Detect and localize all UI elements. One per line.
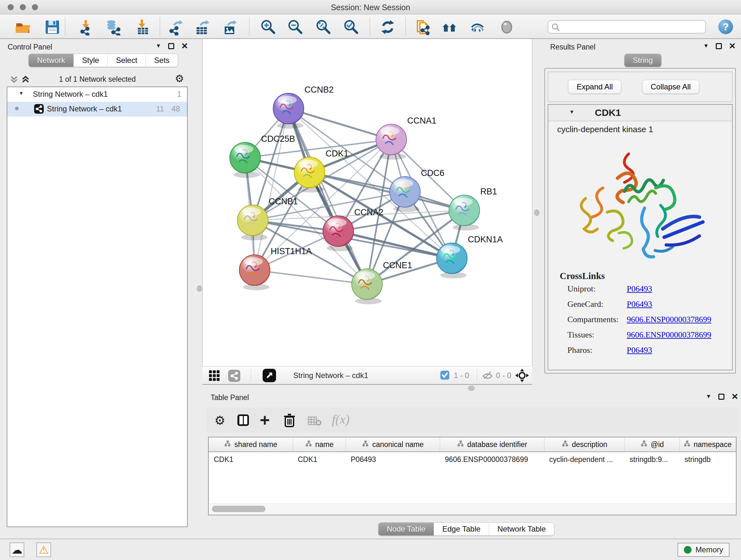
node-CCNB2[interactable] xyxy=(273,93,304,129)
zoom-in-icon[interactable] xyxy=(260,19,277,36)
table-panel-close-icon[interactable]: ✕ xyxy=(731,394,738,400)
open-session-icon[interactable] xyxy=(15,19,31,36)
tab-network-table[interactable]: Network Table xyxy=(489,523,554,536)
export-image-icon[interactable] xyxy=(222,19,239,36)
search-input[interactable] xyxy=(562,22,701,32)
add-row-plus-icon[interactable]: + xyxy=(260,413,270,427)
network-collection-row[interactable]: ▼ String Network – cdk1 1 xyxy=(7,87,187,102)
expand-all-networks-icon[interactable] xyxy=(21,75,30,85)
share-view-icon[interactable] xyxy=(228,369,241,383)
scrollbar-thumb[interactable] xyxy=(212,506,266,512)
node-CCNB1[interactable] xyxy=(238,205,268,240)
import-network-icon[interactable] xyxy=(78,19,95,36)
collection-expander-icon[interactable]: ▼ xyxy=(19,90,23,96)
crosslink-value-link[interactable]: 9606.ENSP00000378699 xyxy=(627,315,711,324)
birds-eye-view-icon[interactable] xyxy=(262,368,276,384)
control-panel-collapse-icon[interactable]: ▼ xyxy=(156,43,161,49)
delete-trash-icon[interactable] xyxy=(283,413,296,429)
gene-expander-icon[interactable]: ▼ xyxy=(569,109,575,115)
results-panel-collapse-icon[interactable]: ▼ xyxy=(703,43,709,49)
edge-CCNB2-CCNA1[interactable] xyxy=(288,109,391,139)
import-database-icon[interactable] xyxy=(105,19,122,36)
tab-select[interactable]: Select xyxy=(107,54,145,67)
crosslink-value-link[interactable]: P06493 xyxy=(627,346,652,355)
zoom-out-icon[interactable] xyxy=(287,19,304,36)
memory-button[interactable]: Memory xyxy=(677,543,730,557)
gene-section-header[interactable]: ▼ CDK1 xyxy=(548,105,732,121)
node-RB1[interactable] xyxy=(449,195,480,231)
node-table[interactable]: shared name name canonical name database… xyxy=(208,437,737,515)
tab-edge-table[interactable]: Edge Table xyxy=(434,523,489,536)
pan-crosshair-icon[interactable] xyxy=(515,368,529,384)
export-table-icon[interactable] xyxy=(195,19,211,36)
column-header-canonicalname[interactable]: canonical name xyxy=(346,437,440,451)
duplicate-network-icon[interactable] xyxy=(415,19,431,36)
table-panel-float-icon[interactable] xyxy=(718,394,724,400)
node-CCNA2[interactable] xyxy=(323,216,354,251)
column-header-databaseidentifier[interactable]: database identifier xyxy=(440,437,544,451)
crosslink-value-link[interactable]: P06493 xyxy=(627,300,652,309)
status-bar: ☁ ⚠ Memory xyxy=(0,539,741,560)
control-panel-float-icon[interactable] xyxy=(168,43,174,49)
first-neighbors-icon[interactable] xyxy=(441,19,458,36)
tab-style[interactable]: Style xyxy=(73,54,107,67)
zoom-selected-icon[interactable] xyxy=(343,19,360,36)
edge-CDK1-RB1[interactable] xyxy=(310,172,464,210)
expand-all-button[interactable]: Expand All xyxy=(568,80,621,94)
node-CDC25B[interactable] xyxy=(230,142,260,178)
tab-node-table[interactable]: Node Table xyxy=(379,523,434,536)
hide-selected-icon[interactable] xyxy=(470,19,486,36)
crosslink-row: Pharos: P06493 xyxy=(567,346,727,355)
network-options-gear-icon[interactable]: ⚙ xyxy=(175,73,184,84)
save-session-icon[interactable] xyxy=(44,19,61,36)
node-CCNA1[interactable] xyxy=(376,124,407,160)
grid-view-icon[interactable] xyxy=(208,369,221,383)
left-splitter-handle[interactable] xyxy=(197,286,202,292)
column-header-namespace[interactable]: namespace xyxy=(679,437,735,451)
table-row[interactable]: CDK1CDK1P064939606.ENSP00000378699cyclin… xyxy=(209,452,736,467)
cloud-status-button[interactable]: ☁ xyxy=(10,543,24,557)
hidden-eye-icon[interactable] xyxy=(482,370,493,382)
column-header-description[interactable]: description xyxy=(544,437,624,451)
table-options-gear-icon[interactable]: ⚙ xyxy=(214,415,225,427)
node-HIST1H1A[interactable] xyxy=(239,255,270,290)
edge-CCNB2-HIST1H1A[interactable] xyxy=(255,109,288,270)
network-row[interactable]: ● String Network – cdk1 11 48 xyxy=(7,102,187,117)
create-column-icon[interactable] xyxy=(236,413,250,428)
search-box[interactable] xyxy=(548,20,706,34)
results-panel-float-icon[interactable] xyxy=(716,43,722,49)
node-CCNE1[interactable] xyxy=(352,269,382,304)
node-CDK1[interactable] xyxy=(294,157,325,192)
tab-string[interactable]: String xyxy=(624,54,661,67)
edge-CCNB2-CCNE1[interactable] xyxy=(288,109,367,284)
column-header-id[interactable]: @id xyxy=(624,437,679,451)
node-CDKN1A[interactable] xyxy=(436,243,467,278)
collapse-all-button[interactable]: Collapse All xyxy=(642,80,699,94)
results-panel-close-icon[interactable]: ✕ xyxy=(729,43,736,49)
warnings-button[interactable]: ⚠ xyxy=(37,543,51,557)
table-panel-collapse-icon[interactable]: ▼ xyxy=(706,393,711,400)
node-label-CCNB1: CCNB1 xyxy=(269,197,298,206)
import-table-icon[interactable] xyxy=(135,19,151,36)
crosslink-value-link[interactable]: 9606.ENSP00000378699 xyxy=(627,330,711,340)
export-network-icon[interactable] xyxy=(168,19,185,36)
refresh-icon[interactable] xyxy=(380,19,396,36)
control-panel-close-icon[interactable]: ✕ xyxy=(181,43,188,49)
zoom-fit-icon[interactable] xyxy=(315,19,332,36)
network-canvas[interactable]: CCNB2CCNA1CDC25BCDK1CDC6RB1CCNB1CCNA2CDK… xyxy=(202,39,532,366)
tab-sets[interactable]: Sets xyxy=(145,54,178,67)
show-all-icon[interactable] xyxy=(499,19,516,36)
bottom-splitter-handle[interactable] xyxy=(468,386,475,391)
node-CDC6[interactable] xyxy=(390,177,420,212)
crosslink-value-link[interactable]: P06493 xyxy=(627,284,652,294)
tab-network[interactable]: Network xyxy=(29,54,73,67)
selected-checkbox-icon[interactable] xyxy=(440,370,450,381)
collapse-all-networks-icon[interactable] xyxy=(10,75,18,85)
right-splitter-handle[interactable] xyxy=(534,209,539,216)
column-header-sharedname[interactable]: shared name xyxy=(209,437,293,451)
table-horizontal-scrollbar[interactable] xyxy=(209,503,735,514)
crosslink-label: GeneCard: xyxy=(567,300,627,309)
help-button[interactable]: ? xyxy=(718,19,733,34)
edge-HIST1H1A-CCNE1[interactable] xyxy=(255,270,367,284)
column-header-name[interactable]: name xyxy=(293,437,346,451)
